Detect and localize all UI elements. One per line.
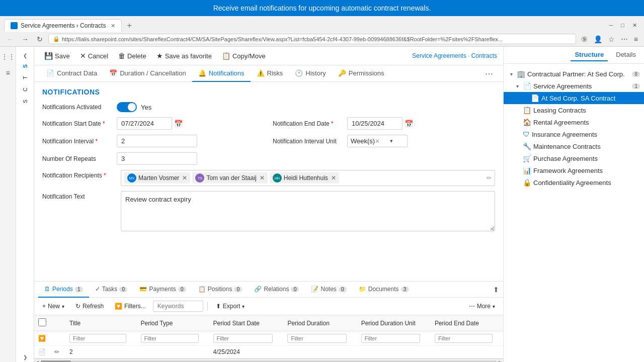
tab-contract-data[interactable]: 📄 Contract Data [40,65,103,82]
scroll-left-btn[interactable]: ◂ [36,359,39,362]
profile-button[interactable]: 👤 [592,34,604,44]
export-button[interactable]: ⬆ Export ▾ [212,301,249,312]
end-date-calendar-icon[interactable]: 📅 [405,120,413,128]
person-remove-1[interactable]: ✕ [260,174,265,182]
new-tab-button[interactable]: + [124,21,134,30]
nav-toggle-icon[interactable]: ≡ [2,67,14,79]
bottom-collapse-button[interactable]: ⬆ [493,286,499,294]
right-panel-tab-details[interactable]: Details [612,49,640,61]
new-button[interactable]: + New ▾ [38,301,68,312]
bottom-tab-tasks[interactable]: ✓ Tasks 0 [89,282,134,298]
close-icon[interactable]: ✕ [629,21,640,30]
row-doc-icon[interactable]: 📄 [38,348,46,355]
tree-item-confidentiality[interactable]: 🔒 Confidentiality Agreements [504,176,644,189]
more-button[interactable]: ⋯ More ▾ [465,301,499,312]
refresh-button[interactable]: ↻ Refresh [71,301,108,312]
sidebar-item-c[interactable]: C [20,83,30,96]
sidebar-item-s2[interactable]: S [20,96,30,107]
h-scrollbar[interactable]: ◂ ▸ [34,358,503,362]
tab-risks[interactable]: ⚠️ Risks [251,65,289,82]
tree-item-purchase[interactable]: 🛒 Purchase Agreements [504,152,644,164]
scroll-thumb[interactable] [41,360,71,363]
sidebar-item-t[interactable]: T [20,72,30,83]
tree-item-root[interactable]: ▾ 🏢 Contractual Partner: At Sed Corp. 8 [504,68,644,80]
extensions-button[interactable]: ⑨ [579,34,590,44]
apps-icon[interactable]: ⋮⋮ [2,51,14,63]
filter-start-input[interactable] [213,334,273,343]
bottom-tab-periods[interactable]: 🗓 Periods 1 [38,282,89,298]
address-bar[interactable]: 🔒 https://lialis.sharepoint.com/sites/Sh… [48,34,576,44]
more-dropdown-arrow[interactable]: ▾ [493,304,495,309]
interval-unit-arrow[interactable]: ▾ [390,138,404,144]
scroll-track[interactable] [41,360,497,363]
breadcrumb[interactable]: Service Agreements · Contracts [412,52,497,59]
tab-close-button[interactable]: ✕ [111,23,115,29]
minimize-icon[interactable]: ─ [606,21,616,30]
star-button[interactable]: ☆ [606,34,617,44]
bottom-tab-positions[interactable]: 📋 Positions 0 [192,282,249,298]
cancel-button[interactable]: ✕ Cancel [76,50,112,62]
sidebar-item-s1[interactable]: S [20,60,30,72]
interval-unit-select[interactable]: Week(s) ✕ ▾ [347,135,408,147]
tree-expand-root[interactable]: ▾ [508,70,515,77]
start-date-calendar-icon[interactable]: 📅 [174,120,183,128]
notification-text-input[interactable] [121,191,495,231]
tab-more-button[interactable]: ⋯ [481,67,497,80]
menu-button[interactable]: ⋯ [619,34,630,44]
tab-permissions[interactable]: 🔑 Permissions [332,65,390,82]
scroll-right-btn[interactable]: ▸ [499,359,501,362]
export-dropdown-arrow[interactable]: ▾ [242,304,245,309]
delete-button[interactable]: 🗑 Delete [114,50,150,62]
more-button[interactable]: ≡ [632,34,640,44]
end-date-input[interactable] [347,117,403,130]
restore-icon[interactable]: □ [618,21,627,30]
filter-title-input[interactable] [69,334,126,343]
tree-item-framework[interactable]: 📊 Framework Agreements [504,164,644,176]
filter-type-input[interactable] [141,334,199,343]
browser-tab[interactable]: Service Agreements › Contracts ✕ [4,19,122,32]
tab-duration[interactable]: 📅 Duration / Cancellation [103,65,192,82]
tree-item-active-contract[interactable]: 📄 At Sed Corp. SA Contract [504,92,644,104]
bottom-tab-relations[interactable]: 🔗 Relations 0 [248,282,305,298]
people-edit-icon[interactable]: ✏ [487,174,492,182]
col-period-type-header[interactable]: Period Type [137,315,209,331]
tree-expand-sa[interactable]: ▾ [514,82,521,89]
tree-item-leasing[interactable]: 📋 Leasing Contracts [504,104,644,116]
col-end-date-header[interactable]: Period End Date [431,315,503,331]
col-start-date-header[interactable]: Period Start Date [209,315,284,331]
interval-input[interactable] [117,135,197,147]
interval-unit-clear[interactable]: ✕ [375,138,389,145]
forward-button[interactable]: → [19,34,31,44]
tree-item-rental[interactable]: 🏠 Rental Agreements [504,116,644,128]
save-button[interactable]: 💾 Save [40,50,74,62]
filters-button[interactable]: 🔽 Filters... [111,301,150,312]
row-edit-icon[interactable]: ✏ [54,348,59,355]
person-remove-0[interactable]: ✕ [182,174,187,182]
filter-unit-input[interactable] [361,334,420,343]
sf-sidebar-bottom[interactable]: ❯ [21,352,29,362]
save-as-favorite-button[interactable]: ★ Save as favorite [152,50,216,62]
new-dropdown-arrow[interactable]: ▾ [62,304,64,309]
bottom-tab-documents[interactable]: 📁 Documents 3 [353,282,415,298]
tree-item-maintenance[interactable]: 🔧 Maintenance Contracts [504,140,644,152]
people-picker[interactable]: MV Marten Vosmer ✕ TS Tom van der Staaij… [121,170,495,186]
keywords-input[interactable] [153,301,203,312]
tab-notifications[interactable]: 🔔 Notifications [192,65,251,82]
back-button[interactable]: ← [4,34,16,44]
sf-sidebar-collapse[interactable]: ❮ [21,51,29,60]
col-duration-header[interactable]: Period Duration [283,315,357,331]
person-remove-2[interactable]: ✕ [331,174,336,182]
right-panel-tab-structure[interactable]: Structure [571,49,608,61]
notifications-toggle[interactable] [117,102,137,112]
bottom-tab-notes[interactable]: 📝 Notes 0 [305,282,352,298]
col-title-header[interactable]: Title [65,315,137,331]
bottom-tab-payments[interactable]: 💳 Payments 0 [133,282,192,298]
repeats-input[interactable] [117,152,197,165]
col-duration-unit-header[interactable]: Period Duration Unit [357,315,431,331]
filter-end-input[interactable] [435,334,493,343]
select-all-checkbox[interactable] [38,318,46,326]
start-date-input[interactable] [117,117,172,130]
tab-history[interactable]: 🕐 History [289,65,332,82]
copy-move-button[interactable]: 📋 Copy/Move [218,50,270,62]
refresh-button[interactable]: ↻ [34,34,45,44]
